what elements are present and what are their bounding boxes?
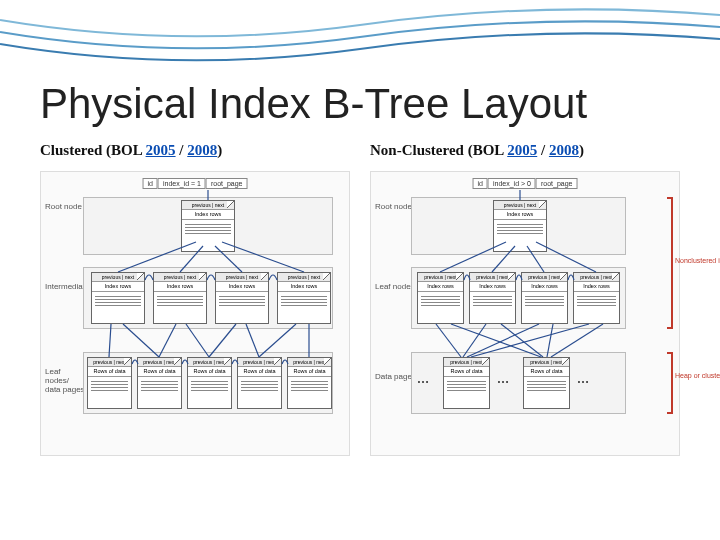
leaf-page: previous | nextIndex rows bbox=[417, 272, 464, 324]
page-label: Index rows bbox=[278, 282, 330, 291]
root-label-rootpage: root_page bbox=[206, 178, 248, 189]
clustered-sep: / bbox=[176, 142, 188, 158]
root-label-id: id bbox=[143, 178, 158, 189]
diagram-columns: Clustered (BOL 2005 / 2008) id index_id … bbox=[0, 142, 720, 456]
page-label: Index rows bbox=[92, 282, 144, 291]
nonclustered-suffix: ) bbox=[579, 142, 584, 158]
data-page: previous | nextRows of data bbox=[443, 357, 490, 409]
level-label-leaf: Leaf nodes bbox=[375, 282, 415, 291]
ellipsis-icon: … bbox=[577, 372, 592, 387]
root-label-indexid: index_id = 1 bbox=[158, 178, 206, 189]
root-label-id: id bbox=[473, 178, 488, 189]
leaf-page: previous | nextIndex rows bbox=[469, 272, 516, 324]
mid-page: previous | nextIndex rows bbox=[215, 272, 269, 324]
clustered-link-2005[interactable]: 2005 bbox=[146, 142, 176, 158]
root-label-indexid: index_id > 0 bbox=[488, 178, 536, 189]
bracket-label-top: Nonclustered index bbox=[675, 257, 720, 264]
nonclustered-diagram: id index_id > 0 root_page Root node prev… bbox=[370, 171, 680, 456]
page-label: Rows of data bbox=[444, 367, 489, 376]
page-label: Index rows bbox=[418, 282, 463, 291]
page-label: Index rows bbox=[522, 282, 567, 291]
mid-page: previous | nextIndex rows bbox=[277, 272, 331, 324]
level-label-data: Data pages bbox=[375, 372, 416, 381]
clustered-column: Clustered (BOL 2005 / 2008) id index_id … bbox=[40, 142, 350, 456]
page-label: Rows of data bbox=[288, 367, 331, 376]
nonclustered-column: Non-Clustered (BOL 2005 / 2008) id index… bbox=[370, 142, 680, 456]
clustered-suffix: ) bbox=[217, 142, 222, 158]
nonclustered-link-2005[interactable]: 2005 bbox=[507, 142, 537, 158]
root-page: previous | next Index rows bbox=[493, 200, 547, 252]
nonclustered-link-2008[interactable]: 2008 bbox=[549, 142, 579, 158]
level-label-leaf: Leaf nodes/ data pages bbox=[45, 367, 85, 394]
data-page: previous | nextRows of data bbox=[523, 357, 570, 409]
ellipsis-icon: … bbox=[497, 372, 512, 387]
page-label: Index rows bbox=[574, 282, 619, 291]
root-label-rootpage: root_page bbox=[536, 178, 578, 189]
root-id-labels: id index_id = 1 root_page bbox=[143, 178, 248, 189]
page-label: Rows of data bbox=[238, 367, 281, 376]
ellipsis-icon: … bbox=[417, 372, 432, 387]
root-id-labels: id index_id > 0 root_page bbox=[473, 178, 578, 189]
bracket-label-bottom: Heap or clustered index bbox=[675, 372, 720, 379]
leaf-page: previous | nextRows of data bbox=[237, 357, 282, 409]
page-label: Rows of data bbox=[524, 367, 569, 376]
clustered-diagram: id index_id = 1 root_page Root node prev… bbox=[40, 171, 350, 456]
bracket-nonclustered: Nonclustered index bbox=[667, 197, 673, 329]
level-label-root: Root node bbox=[375, 202, 412, 211]
mid-page: previous | nextIndex rows bbox=[153, 272, 207, 324]
bracket-heap: Heap or clustered index bbox=[667, 352, 673, 414]
page-label: Rows of data bbox=[188, 367, 231, 376]
leaf-page: previous | nextIndex rows bbox=[521, 272, 568, 324]
leaf-page: previous | nextRows of data bbox=[87, 357, 132, 409]
slide-title: Physical Index B-Tree Layout bbox=[0, 0, 720, 142]
nonclustered-header: Non-Clustered (BOL 2005 / 2008) bbox=[370, 142, 680, 159]
page-label: Index rows bbox=[470, 282, 515, 291]
mid-page: previous | nextIndex rows bbox=[91, 272, 145, 324]
clustered-prefix: Clustered (BOL bbox=[40, 142, 146, 158]
page-label: Index rows bbox=[154, 282, 206, 291]
level-label-root: Root node bbox=[45, 202, 82, 211]
nonclustered-sep: / bbox=[537, 142, 549, 158]
leaf-page: previous | nextRows of data bbox=[187, 357, 232, 409]
page-label: Index rows bbox=[182, 210, 234, 219]
page-label: Index rows bbox=[216, 282, 268, 291]
clustered-link-2008[interactable]: 2008 bbox=[187, 142, 217, 158]
leaf-page: previous | nextRows of data bbox=[137, 357, 182, 409]
nonclustered-prefix: Non-Clustered (BOL bbox=[370, 142, 507, 158]
page-label: Rows of data bbox=[138, 367, 181, 376]
clustered-header: Clustered (BOL 2005 / 2008) bbox=[40, 142, 350, 159]
root-page: previous | next Index rows bbox=[181, 200, 235, 252]
page-label: Rows of data bbox=[88, 367, 131, 376]
page-label: Index rows bbox=[494, 210, 546, 219]
leaf-page: previous | nextRows of data bbox=[287, 357, 332, 409]
leaf-page: previous | nextIndex rows bbox=[573, 272, 620, 324]
